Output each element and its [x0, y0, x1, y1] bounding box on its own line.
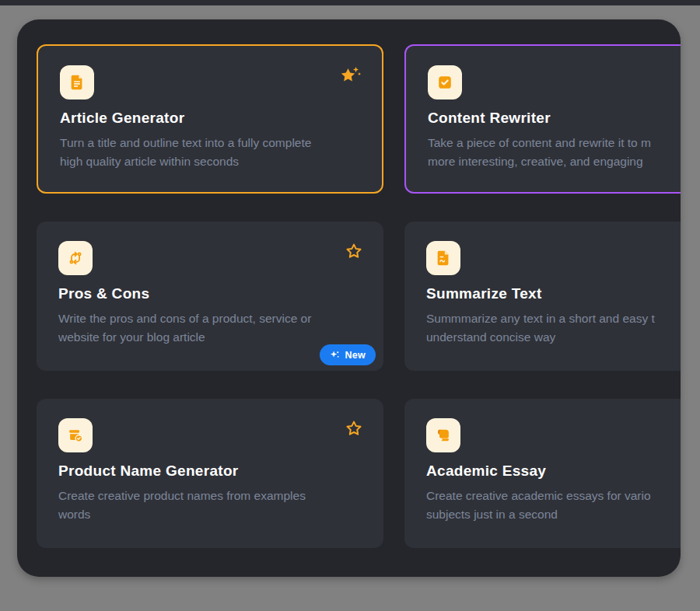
compare-arrows-icon — [67, 250, 84, 267]
document-icon — [68, 74, 86, 91]
card-title: Article Generator — [60, 110, 362, 127]
card-article-generator[interactable]: Article Generator Turn a title and outli… — [37, 44, 383, 194]
card-description: Create creative product names from examp… — [58, 487, 363, 524]
top-window-strip — [0, 0, 700, 5]
package-check-icon — [67, 427, 84, 444]
icon-tile — [58, 418, 93, 452]
icon-tile — [428, 65, 462, 100]
favorite-star-filled-icon[interactable] — [338, 66, 362, 86]
card-title: Academic Essay — [426, 463, 681, 480]
new-badge: New — [320, 344, 376, 365]
card-title: Pros & Cons — [58, 285, 363, 302]
tools-panel: Article Generator Turn a title and outli… — [17, 19, 681, 577]
checkbox-checked-icon — [436, 74, 453, 91]
favorite-star-outline-icon[interactable] — [340, 242, 363, 262]
card-title: Content Rewriter — [428, 110, 681, 127]
favorite-star-outline-icon[interactable] — [340, 419, 363, 439]
card-description: Create creative academic essays for vari… — [426, 487, 681, 524]
card-description: Write the pros and cons of a product, se… — [58, 309, 363, 347]
card-description: Take a piece of content and rewrite it t… — [428, 134, 681, 171]
sparkle-icon — [330, 350, 340, 360]
tools-grid: Article Generator Turn a title and outli… — [37, 44, 681, 548]
summarize-document-icon — [435, 250, 452, 267]
card-title: Product Name Generator — [58, 463, 363, 480]
card-summarize-text[interactable]: Summarize Text Summmarize any text in a … — [404, 222, 681, 371]
card-description: Turn a title and outline text into a ful… — [60, 134, 362, 171]
scroll-icon — [435, 427, 452, 444]
card-description: Summmarize any text in a short and easy … — [426, 309, 681, 347]
icon-tile — [58, 241, 93, 275]
new-badge-label: New — [345, 350, 366, 361]
card-product-name-generator[interactable]: Product Name Generator Create creative p… — [37, 399, 383, 548]
icon-tile — [426, 418, 460, 452]
card-title: Summarize Text — [426, 285, 681, 302]
card-pros-and-cons[interactable]: Pros & Cons Write the pros and cons of a… — [37, 222, 383, 371]
icon-tile — [60, 65, 94, 100]
card-content-rewriter[interactable]: Content Rewriter Take a piece of content… — [404, 44, 681, 194]
icon-tile — [426, 241, 460, 275]
card-academic-essay[interactable]: Academic Essay Create creative academic … — [404, 399, 681, 548]
